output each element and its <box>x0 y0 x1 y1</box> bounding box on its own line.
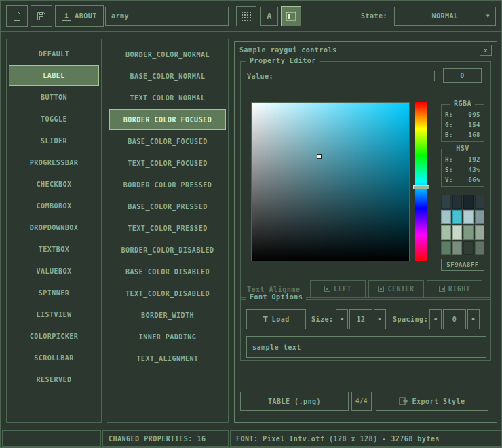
export-table-label: TABLE (.png) <box>268 398 321 405</box>
palette-color-10[interactable] <box>463 225 474 240</box>
sidebar-item-progressbar[interactable]: PROGRESSBAR <box>9 152 99 172</box>
property-item-border-width[interactable]: BORDER_WIDTH <box>109 305 226 325</box>
hsv-h-value: 192 <box>468 155 480 165</box>
align-left-icon <box>324 286 330 292</box>
spacing-value-box[interactable]: 0 <box>443 309 466 329</box>
sidebar-item-colorpicker[interactable]: COLORPICKER <box>9 326 99 346</box>
palette-color-15[interactable] <box>475 241 485 255</box>
property-value-input[interactable] <box>275 71 435 81</box>
about-button[interactable]: i ABOUT <box>55 5 104 27</box>
sidebar-item-scrollbar[interactable]: SCROLLBAR <box>9 348 99 368</box>
spacing-increment-button[interactable]: ▶ <box>467 309 480 329</box>
align-right-button[interactable]: RIGHT <box>427 280 482 297</box>
property-item-border-color-focused[interactable]: BORDER_COLOR_FOCUSED <box>109 109 226 130</box>
export-table-button[interactable]: TABLE (.png) <box>240 392 349 411</box>
property-item-inner-padding[interactable]: INNER_PADDING <box>109 326 226 347</box>
spacing-decrement-button[interactable]: ◀ <box>429 309 442 329</box>
font-letter-icon: A <box>267 12 272 21</box>
pages-value-box[interactable]: 4/4 <box>351 392 372 411</box>
sidebar-item-reserved[interactable]: RESERVED <box>9 369 99 390</box>
sidebar-item-dropdownbox[interactable]: DROPDOWNBOX <box>9 217 99 238</box>
hsv-s-value: 43% <box>468 165 480 175</box>
sv-gradient[interactable] <box>251 102 410 261</box>
palette-color-3[interactable] <box>475 195 485 209</box>
file-icon <box>12 11 22 22</box>
status-segment-empty <box>2 430 101 447</box>
hex-value-text: 5F9AA8FF <box>446 261 478 268</box>
hue-bar[interactable] <box>415 102 427 261</box>
property-item-text-color-normal[interactable]: TEXT_COLOR_NORMAL <box>109 88 226 108</box>
property-item-base-color-disabled[interactable]: BASE_COLOR_DISABLED <box>109 261 226 282</box>
size-increment-button[interactable]: ▶ <box>374 309 386 329</box>
sidebar-item-combobox[interactable]: COMBOBOX <box>9 195 99 216</box>
align-center-button[interactable]: CENTER <box>368 280 424 297</box>
sv-cursor[interactable] <box>317 154 322 159</box>
state-dropdown[interactable]: NORMAL ▼ <box>394 7 496 26</box>
sidebar-item-default[interactable]: DEFAULT <box>9 43 99 64</box>
property-item-base-color-normal[interactable]: BASE_COLOR_NORMAL <box>109 66 226 86</box>
hue-slider-handle[interactable] <box>413 185 429 189</box>
style-edit-button[interactable] <box>281 6 301 26</box>
palette-color-2[interactable] <box>463 195 474 209</box>
sidebar-item-slider[interactable]: SLIDER <box>9 130 99 151</box>
hsv-h-row: H: 192 <box>442 155 484 165</box>
about-label: ABOUT <box>75 12 97 20</box>
value-label: Value: <box>247 73 273 80</box>
save-style-button[interactable] <box>31 5 52 27</box>
close-button[interactable]: x <box>480 45 492 56</box>
property-item-border-color-pressed[interactable]: BORDER_COLOR_PRESSED <box>109 174 226 195</box>
sidebar-item-label[interactable]: LABEL <box>9 65 99 86</box>
load-font-button[interactable]: T Load <box>246 309 306 329</box>
font-view-button[interactable]: A <box>260 7 278 26</box>
palette-color-6[interactable] <box>463 210 474 225</box>
style-table-button[interactable] <box>236 6 256 26</box>
property-value-box-text: 0 <box>460 72 465 79</box>
export-style-label: Export Style <box>412 398 465 405</box>
align-left-button[interactable]: LEFT <box>310 280 366 297</box>
property-value-box[interactable]: 0 <box>443 68 482 83</box>
property-item-text-color-pressed[interactable]: TEXT_COLOR_PRESSED <box>109 218 226 238</box>
sidebar-item-listview[interactable]: LISTVIEW <box>9 304 99 324</box>
hex-value-box[interactable]: 5F9AA8FF <box>441 259 484 271</box>
new-style-button[interactable] <box>6 5 28 27</box>
changed-properties-text: CHANGED PROPERTIES: 16 <box>109 435 206 443</box>
palette-color-9[interactable] <box>452 225 463 240</box>
align-right-icon <box>439 286 445 292</box>
sidebar-item-checkbox[interactable]: CHECKBOX <box>9 174 99 194</box>
sidebar-item-spinner[interactable]: SPINNER <box>9 282 99 303</box>
palette-color-4[interactable] <box>441 210 451 225</box>
align-center-text: CENTER <box>387 285 414 293</box>
sidebar-item-toggle[interactable]: TOGGLE <box>9 109 99 129</box>
sample-text-input[interactable] <box>246 336 486 358</box>
export-icon <box>399 396 408 406</box>
palette-color-13[interactable] <box>452 241 463 255</box>
sidebar-item-button[interactable]: BUTTON <box>9 87 99 107</box>
palette-color-8[interactable] <box>441 225 451 240</box>
export-style-button[interactable]: Export Style <box>376 392 488 411</box>
palette-color-0[interactable] <box>441 195 451 209</box>
palette-color-12[interactable] <box>441 241 451 255</box>
property-item-text-color-focused[interactable]: TEXT_COLOR_FOCUSED <box>109 153 226 173</box>
save-icon <box>36 11 47 22</box>
property-item-base-color-focused[interactable]: BASE_COLOR_FOCUSED <box>109 131 226 151</box>
property-item-border-color-disabled[interactable]: BORDER_COLOR_DISABLED <box>109 240 226 260</box>
properties-listview: BORDER_COLOR_NORMAL BASE_COLOR_NORMAL TE… <box>107 39 229 423</box>
property-editor-group: Property Editor Value: 0 RGBA R: 095 G: <box>240 61 491 300</box>
palette-color-11[interactable] <box>475 225 485 240</box>
toolbar: i ABOUT A State: NORMAL ▼ <box>1 1 501 32</box>
rgba-g-label: G: <box>445 120 453 130</box>
size-value-box[interactable]: 12 <box>349 309 372 329</box>
palette-color-1[interactable] <box>452 195 463 209</box>
sidebar-item-textbox[interactable]: TEXTBOX <box>9 239 99 259</box>
property-item-text-color-disabled[interactable]: TEXT_COLOR_DISABLED <box>109 283 226 303</box>
palette-color-5[interactable] <box>452 210 463 225</box>
style-name-input[interactable] <box>105 7 229 26</box>
property-item-text-alignment[interactable]: TEXT_ALIGNMENT <box>109 348 226 369</box>
palette-color-14[interactable] <box>463 241 474 255</box>
property-item-border-color-normal[interactable]: BORDER_COLOR_NORMAL <box>109 44 226 64</box>
size-decrement-button[interactable]: ◀ <box>336 309 348 329</box>
property-item-base-color-pressed[interactable]: BASE_COLOR_PRESSED <box>109 196 226 217</box>
chevron-down-icon: ▼ <box>486 13 490 19</box>
sidebar-item-valuebox[interactable]: VALUEBOX <box>9 261 99 281</box>
palette-color-7[interactable] <box>475 210 485 225</box>
